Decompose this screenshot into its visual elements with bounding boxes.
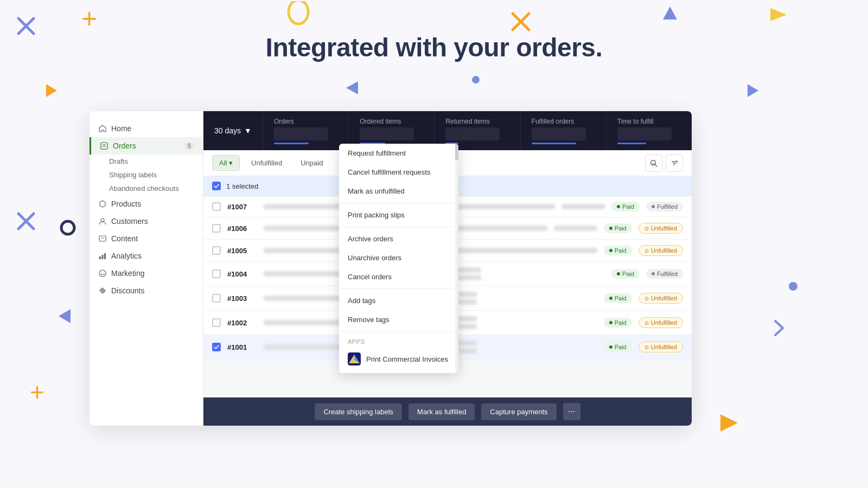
select-all-checkbox[interactable]: [212, 182, 221, 190]
analytics-icon: [98, 252, 107, 260]
order-date-1006: [554, 226, 597, 231]
deco-plus-bottom-left: +: [30, 377, 44, 407]
sidebar-item-marketing[interactable]: Marketing: [90, 265, 203, 282]
more-actions-button[interactable]: ···: [563, 403, 580, 420]
order-id-1006: #1006: [227, 224, 257, 233]
order-payment-1005: Paid: [604, 246, 632, 255]
period-arrow: ▼: [244, 126, 252, 135]
customers-icon: [98, 217, 107, 226]
sidebar-item-marketing-label: Marketing: [111, 269, 144, 278]
sidebar-item-products-label: Products: [111, 200, 141, 208]
order-fulfillment-1004: Fulfilled: [646, 269, 683, 279]
search-filter-button[interactable]: [645, 155, 662, 172]
filter-right: [645, 155, 683, 172]
svg-point-0: [289, 1, 308, 24]
metric-returned-items-value: [445, 127, 500, 140]
svg-rect-17: [101, 143, 107, 149]
context-mark-as-unfulfilled[interactable]: Mark as unfulfilled: [339, 182, 458, 201]
deco-circle-left: [60, 220, 76, 238]
capture-payments-button[interactable]: Capture payments: [481, 403, 556, 420]
sidebar-item-orders[interactable]: Orders 5: [90, 137, 203, 155]
sidebar-item-customers[interactable]: Customers: [90, 213, 203, 230]
sidebar-item-home-label: Home: [111, 124, 131, 133]
home-icon: [98, 124, 107, 133]
order-id-1003: #1003: [227, 294, 257, 303]
sidebar-item-discounts[interactable]: Discounts: [90, 282, 203, 299]
order-payment-1001: Paid: [604, 342, 632, 352]
svg-point-13: [61, 221, 74, 234]
sidebar-item-customers-label: Customers: [111, 217, 148, 226]
svg-line-12: [18, 214, 34, 229]
metric-time-to-fulfill: Time to fulfill: [607, 111, 692, 150]
metric-orders-value: [274, 127, 328, 140]
deco-triangle-right-arrow: [46, 84, 57, 99]
context-divider-1: [339, 203, 458, 203]
svg-marker-6: [346, 81, 358, 94]
context-remove-tags[interactable]: Remove tags: [339, 310, 458, 329]
svg-marker-14: [59, 309, 71, 323]
context-print-commercial-invoices[interactable]: Print Commercial Invoices: [339, 347, 458, 371]
order-fulfillment-1005: ⊙ Unfulfilled: [639, 245, 683, 256]
deco-x-left: [16, 16, 36, 38]
deco-triangle-left-mid: [346, 81, 358, 97]
metric-time-value: [617, 127, 672, 140]
mark-as-fulfilled-button[interactable]: Mark as fulfilled: [409, 403, 475, 420]
context-request-fulfillment[interactable]: Request fulfillment: [339, 144, 458, 163]
metric-orders-label: Orders: [274, 118, 337, 125]
svg-marker-4: [770, 8, 787, 21]
order-checkbox-1002[interactable]: [212, 318, 221, 327]
deco-triangle-top-right: [770, 8, 787, 23]
order-checkbox-1004[interactable]: [212, 269, 221, 278]
svg-rect-24: [102, 255, 104, 259]
order-checkbox-1005[interactable]: [212, 246, 221, 255]
svg-point-8: [472, 76, 480, 84]
sidebar-item-shipping-labels[interactable]: Shipping labels: [90, 168, 203, 182]
context-print-packing-slips[interactable]: Print packing slips: [339, 206, 458, 224]
deco-triangle-right-far: [748, 84, 758, 99]
sidebar-item-home[interactable]: Home: [90, 120, 203, 137]
content-icon: [98, 234, 107, 243]
svg-rect-25: [104, 253, 106, 259]
svg-line-10: [18, 18, 34, 34]
order-checkbox-1003[interactable]: [212, 294, 221, 303]
metric-fulfilled-value: [532, 127, 586, 140]
order-checkbox-1001[interactable]: [212, 343, 221, 351]
filter-tab-unpaid[interactable]: Unpaid: [293, 155, 330, 171]
order-id-1007: #1007: [227, 203, 257, 211]
sidebar-item-abandoned-checkouts[interactable]: Abandoned checkouts: [90, 182, 203, 195]
order-id-1001: #1001: [227, 343, 257, 351]
order-id-1002: #1002: [227, 319, 257, 327]
metric-fulfilled-orders: Fulfilled orders: [521, 111, 607, 150]
context-unarchive-orders[interactable]: Unarchive orders: [339, 248, 458, 267]
context-add-tags[interactable]: Add tags: [339, 291, 458, 310]
sidebar-item-analytics[interactable]: Analytics: [90, 247, 203, 265]
context-cancel-fulfillment-requests[interactable]: Cancel fulfillment requests: [339, 163, 458, 182]
filter-tab-unfulfilled[interactable]: Unfulfilled: [244, 155, 289, 171]
sort-button[interactable]: [666, 155, 683, 172]
metric-orders: Orders: [263, 111, 349, 150]
sidebar-item-products[interactable]: Products: [90, 195, 203, 213]
svg-marker-7: [748, 84, 758, 97]
order-checkbox-1007[interactable]: [212, 202, 221, 211]
metric-fulfilled-bar: [532, 143, 576, 144]
create-shipping-labels-button[interactable]: Create shipping labels: [315, 403, 402, 420]
deco-x-left2: [16, 211, 36, 233]
context-divider-4: [339, 331, 458, 332]
order-payment-1007: Paid: [611, 202, 640, 211]
deco-dot-right: [789, 282, 797, 293]
order-date-1007: [561, 204, 605, 209]
filter-tab-all[interactable]: All ▾: [212, 155, 240, 171]
sidebar-item-content[interactable]: Content: [90, 230, 203, 247]
period-selector[interactable]: 30 days ▼: [203, 111, 263, 150]
scrollbar-thumb: [455, 144, 458, 160]
context-apps-section: Apps: [339, 334, 458, 347]
context-cancel-orders[interactable]: Cancel orders: [339, 267, 458, 286]
context-archive-orders[interactable]: Archive orders: [339, 229, 458, 248]
sidebar-item-content-label: Content: [111, 234, 138, 243]
svg-marker-5: [46, 84, 57, 97]
sidebar-item-drafts[interactable]: Drafts: [90, 155, 203, 168]
selected-count: 1 selected: [226, 182, 258, 190]
orders-badge: 5: [184, 142, 194, 150]
order-checkbox-1006[interactable]: [212, 224, 221, 233]
metric-time-label: Time to fulfill: [617, 118, 681, 125]
